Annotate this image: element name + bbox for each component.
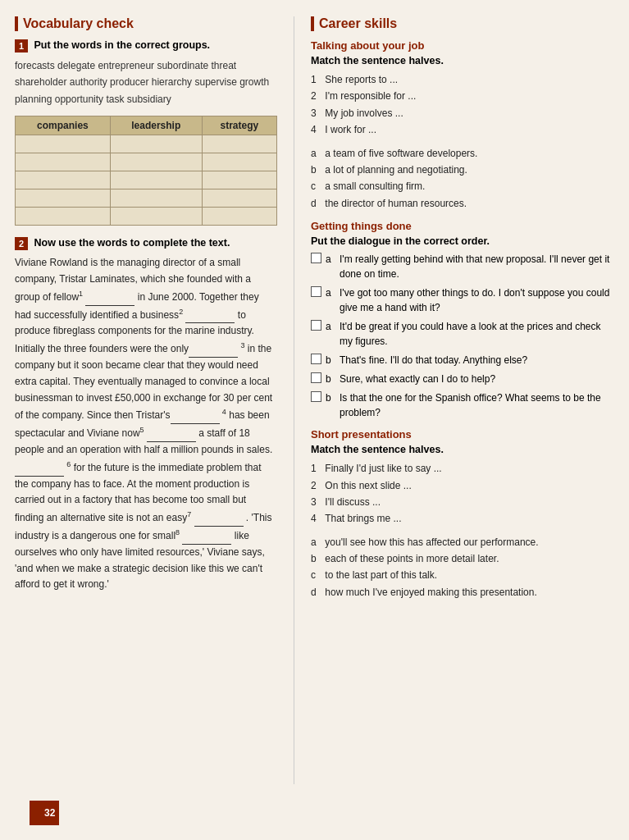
list-item: 1 Finally I'd just like to say ... [311, 460, 614, 477]
match-instruction-2: Put the dialogue in the correct order. [311, 235, 614, 247]
body-text: Viviane Rowland is the managing director… [15, 255, 277, 593]
blank7[interactable] [194, 516, 244, 527]
blank5[interactable] [147, 431, 196, 442]
sup4: 4 [222, 408, 226, 416]
dialog-text: That's fine. I'll do that today. Anythin… [340, 353, 614, 368]
dialog-text: Sure, what exactly can I do to help? [340, 372, 614, 386]
list-item: a a team of five software developers. [311, 145, 614, 162]
list-item: 4 I work for ... [311, 121, 614, 138]
dialog-checkbox[interactable] [311, 372, 321, 383]
short-presentations-subtitle: Short presentations [311, 428, 614, 441]
dialog-item-4: b That's fine. I'll do that today. Anyth… [311, 353, 614, 368]
dialog-checkbox[interactable] [311, 253, 321, 263]
dialog-item-2: a I've got too many other things to do. … [311, 285, 614, 315]
list-item: 1 She reports to ... [311, 71, 614, 88]
col-companies: companies [16, 116, 111, 135]
dialog-letter: b [326, 390, 335, 405]
dialog-checkbox[interactable] [311, 354, 321, 364]
list-item: b a lot of planning and negotiating. [311, 162, 614, 178]
right-column: Career skills Talking about your job Mat… [311, 16, 614, 784]
table-row [16, 171, 277, 189]
career-skills-title: Career skills [311, 16, 614, 31]
sup2: 2 [179, 308, 183, 316]
col-strategy: strategy [202, 116, 276, 135]
section1-num: 1 [15, 39, 28, 52]
sup6: 6 [66, 460, 71, 468]
list-item: 4 That brings me ... [311, 510, 614, 527]
column-divider [294, 16, 294, 784]
dialog-letter: a [326, 252, 335, 267]
section1-instruction: 1 Put the words in the correct groups. [15, 39, 277, 52]
blank3[interactable] [189, 347, 238, 358]
sup1: 1 [79, 290, 83, 298]
section1-instruction-text: Put the words in the correct groups. [34, 39, 210, 51]
dialog-item-1: a I'm really getting behind with that ne… [311, 252, 614, 281]
list-item: 2 I'm responsible for ... [311, 88, 614, 104]
table-row [16, 153, 277, 171]
dialog-item-6: b Is that the one for the Spanish office… [311, 390, 614, 420]
lettered-list-3: a you'll see how this has affected our p… [311, 534, 614, 601]
blank1[interactable] [85, 295, 134, 306]
table-row [16, 135, 277, 153]
list-item: d how much I've enjoyed making this pres… [311, 584, 614, 600]
left-column: Vocabulary check 1 Put the words in the … [15, 16, 277, 784]
dialog-letter: a [326, 319, 335, 334]
sup5: 5 [140, 426, 144, 434]
dialog-item-5: b Sure, what exactly can I do to help? [311, 372, 614, 386]
dialog-letter: a [326, 285, 335, 300]
talking-subtitle: Talking about your job [311, 39, 614, 52]
sup7: 7 [187, 510, 191, 518]
match-instruction-3: Match the sentence halves. [311, 444, 614, 455]
page-number-area: 32 [0, 801, 629, 840]
list-item: 3 My job involves ... [311, 105, 614, 121]
dialog-checkbox[interactable] [311, 320, 321, 331]
blank8[interactable] [182, 534, 231, 545]
dialog-text: It'd be great if you could have a look a… [340, 319, 614, 349]
dialog-item-3: a It'd be great if you could have a look… [311, 319, 614, 349]
list-item: c to the last part of this talk. [311, 567, 614, 583]
section2-instruction: 2 Now use the words to complete the text… [15, 237, 277, 250]
dialog-checkbox[interactable] [311, 391, 321, 402]
page-number: 32 [30, 801, 59, 825]
dialog-text: I've got too many other things to do. I … [340, 285, 614, 315]
sup8: 8 [175, 528, 180, 536]
section2-num: 2 [15, 237, 28, 250]
list-item: 3 I'll discuss ... [311, 494, 614, 510]
list-item: d the director of human resources. [311, 195, 614, 212]
getting-things-subtitle: Getting things done [311, 220, 614, 232]
numbered-list-1: 1 She reports to ... 2 I'm responsible f… [311, 71, 614, 139]
sup3: 3 [240, 341, 244, 349]
list-item: c a small consulting firm. [311, 178, 614, 194]
dialog-letter: b [326, 372, 335, 386]
vocab-table: companies leadership strategy [15, 116, 277, 226]
blank6[interactable] [15, 466, 64, 477]
numbered-list-3: 1 Finally I'd just like to say ... 2 On … [311, 460, 614, 527]
dialog-checkbox[interactable] [311, 286, 321, 297]
table-row [16, 189, 277, 208]
dialog-letter: b [326, 353, 335, 368]
blank2[interactable] [185, 313, 235, 323]
match-instruction-1: Match the sentence halves. [311, 55, 614, 66]
lettered-list-1: a a team of five software developers. b … [311, 145, 614, 212]
list-item: a you'll see how this has affected our p… [311, 534, 614, 550]
col-leadership: leadership [110, 116, 202, 135]
dialog-text: I'm really getting behind with that new … [340, 252, 614, 281]
table-row [16, 208, 277, 226]
list-item: b each of these points in more detail la… [311, 550, 614, 567]
vocab-check-title: Vocabulary check [15, 16, 277, 31]
dialog-list: a I'm really getting behind with that ne… [311, 252, 614, 420]
list-item: 2 On this next slide ... [311, 477, 614, 494]
blank4[interactable] [171, 413, 220, 424]
section2-instruction-text: Now use the words to complete the text. [34, 237, 230, 249]
word-list: forecasts delegate entrepreneur subordin… [15, 57, 277, 107]
dialog-text: Is that the one for the Spanish office? … [340, 390, 614, 420]
